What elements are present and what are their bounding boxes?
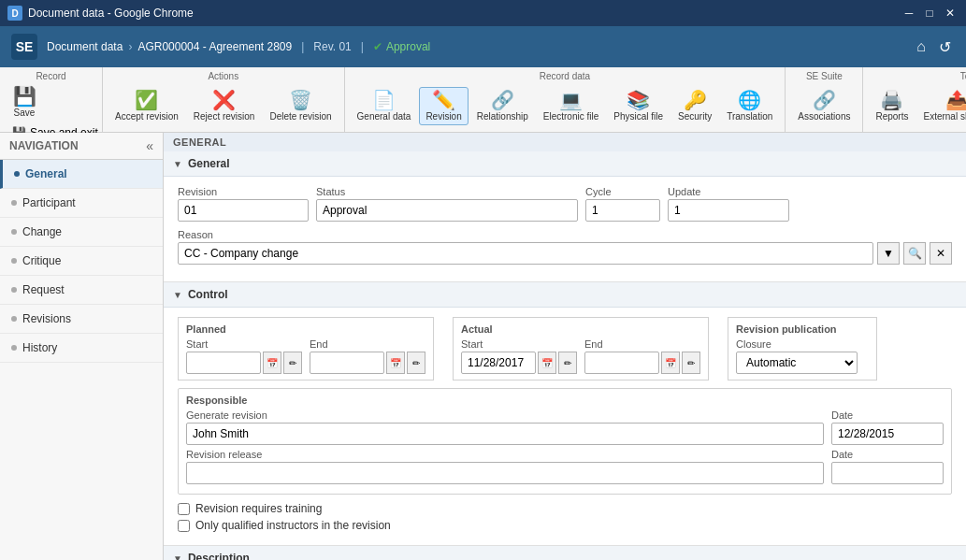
reports-button[interactable]: 🖨️ Reports — [869, 87, 915, 125]
external-sharing-button[interactable]: 📤 External sharing — [916, 87, 966, 125]
reason-input[interactable] — [178, 242, 873, 265]
description-section-toggle[interactable]: ▼ Description — [164, 546, 966, 560]
revision-publication-group: Revision publication Closure Automatic M… — [728, 317, 877, 381]
planned-start-calendar-button[interactable]: 📅 — [263, 352, 281, 374]
toolbar-group-actions: Actions ✅ Accept revision ❌ Reject revis… — [103, 67, 345, 132]
sidebar-collapse-button[interactable]: « — [146, 138, 153, 153]
maximize-button[interactable]: □ — [921, 5, 938, 22]
reason-input-row: ▼ 🔍 ✕ — [178, 242, 952, 265]
revision-release-input[interactable] — [186, 462, 824, 484]
delete-revision-button[interactable]: 🗑️ Delete revision — [263, 87, 338, 125]
app-header: SE Document data › AGR000004 - Agreement… — [0, 26, 966, 67]
sidebar-item-change[interactable]: Change — [0, 218, 163, 247]
actual-start-calendar-button[interactable]: 📅 — [538, 352, 556, 374]
planned-start-input[interactable] — [186, 352, 261, 374]
toolbar-group-record-label: Record — [6, 71, 96, 81]
sidebar-header: NAVIGATION « — [0, 133, 163, 160]
general-section-title: General — [188, 157, 230, 170]
cycle-input[interactable] — [585, 199, 660, 222]
planned-fields: Start 📅 ✏ End — [186, 338, 425, 374]
sidebar-item-revisions[interactable]: Revisions — [0, 305, 163, 334]
actual-end-field: End 📅 ✏ — [584, 338, 700, 374]
planned-start-label: Start — [186, 338, 302, 350]
revision-icon: ✏️ — [432, 91, 455, 109]
sidebar: NAVIGATION « General Participant Change … — [0, 133, 164, 560]
actual-start-input[interactable] — [461, 352, 536, 374]
qualified-checkbox[interactable] — [178, 520, 190, 532]
revision-input[interactable] — [178, 199, 309, 222]
sidebar-item-participant[interactable]: Participant — [0, 189, 163, 218]
planned-end-calendar-button[interactable]: 📅 — [386, 352, 405, 374]
control-section-toggle[interactable]: ▼ Control — [164, 282, 966, 308]
associations-button[interactable]: 🔗 Associations — [791, 87, 857, 125]
save-button[interactable]: 💾 Save — [6, 83, 43, 122]
status-input[interactable] — [316, 199, 578, 222]
refresh-button[interactable]: ↺ — [935, 35, 955, 60]
main-area: NAVIGATION « General Participant Change … — [0, 133, 966, 560]
generate-revision-input[interactable] — [186, 423, 824, 445]
planned-start-input-group: 📅 ✏ — [186, 352, 302, 374]
accept-revision-button[interactable]: ✅ Accept revision — [108, 87, 185, 125]
closure-select[interactable]: Automatic Manual — [736, 352, 858, 374]
toolbar-group-record-data-label: Record data — [351, 71, 780, 81]
revision-button[interactable]: ✏️ Revision — [419, 87, 468, 125]
reject-revision-button[interactable]: ❌ Reject revision — [187, 87, 262, 125]
breadcrumb-record-name[interactable]: AGR000004 - Agreement 2809 — [137, 40, 292, 53]
minimize-button[interactable]: ─ — [901, 5, 917, 22]
general-data-button[interactable]: 📄 General data — [351, 87, 418, 125]
planned-start-clear-button[interactable]: ✏ — [283, 352, 302, 374]
responsible-row-2: Revision release Date — [186, 449, 944, 484]
revision-label: Revision — [178, 186, 309, 197]
relationship-button[interactable]: 🔗 Relationship — [470, 87, 535, 125]
description-section: ▼ Description — [164, 546, 966, 560]
close-button[interactable]: ✕ — [942, 5, 959, 22]
general-section-arrow: ▼ — [173, 159, 182, 169]
window-controls: ─ □ ✕ — [901, 5, 959, 22]
record-data-buttons: 📄 General data ✏️ Revision 🔗 Relationshi… — [351, 83, 780, 128]
physical-file-button[interactable]: 📚 Physical file — [607, 87, 670, 125]
sidebar-item-request[interactable]: Request — [0, 276, 163, 305]
description-section-title: Description — [188, 552, 250, 560]
general-section-toggle[interactable]: ▼ General — [164, 151, 966, 177]
accept-revision-icon: ✅ — [135, 91, 158, 109]
generate-revision-label: Generate revision — [186, 409, 824, 421]
planned-end-clear-button[interactable]: ✏ — [407, 352, 425, 374]
actual-end-label: End — [584, 338, 700, 350]
description-section-arrow: ▼ — [173, 553, 182, 561]
training-checkbox[interactable] — [178, 503, 190, 515]
reason-search-button[interactable]: 🔍 — [903, 242, 926, 265]
closure-field: Closure Automatic Manual — [736, 338, 869, 374]
associations-icon: 🔗 — [813, 91, 836, 109]
reason-label: Reason — [178, 229, 952, 240]
electronic-file-button[interactable]: 💻 Electronic file — [537, 87, 605, 125]
tools-buttons: 🖨️ Reports 📤 External sharing ⚙️ Configu… — [869, 83, 966, 128]
actual-end-clear-button[interactable]: ✏ — [682, 352, 700, 374]
actual-end-input[interactable] — [584, 352, 659, 374]
security-button[interactable]: 🔑 Security — [671, 87, 718, 125]
home-button[interactable]: ⌂ — [913, 35, 930, 60]
translation-button[interactable]: 🌐 Translation — [720, 87, 779, 125]
header-actions: ⌂ ↺ — [913, 35, 955, 60]
revision-release-date-input[interactable] — [831, 462, 944, 484]
reason-clear-button[interactable]: ✕ — [930, 242, 952, 265]
sidebar-item-history[interactable]: History — [0, 334, 163, 363]
general-row-2: Reason ▼ 🔍 ✕ — [178, 229, 952, 265]
actual-start-clear-button[interactable]: ✏ — [558, 352, 577, 374]
revision-release-field: Revision release — [186, 449, 824, 484]
update-input[interactable] — [668, 199, 789, 222]
planned-end-input[interactable] — [310, 352, 384, 374]
actions-buttons: ✅ Accept revision ❌ Reject revision 🗑️ D… — [108, 83, 339, 128]
actual-end-calendar-button[interactable]: 📅 — [661, 352, 680, 374]
sidebar-item-critique[interactable]: Critique — [0, 247, 163, 276]
generate-revision-date-input[interactable] — [831, 423, 944, 445]
general-data-icon: 📄 — [372, 91, 396, 109]
responsible-row-1: Generate revision Date — [186, 409, 944, 445]
qualified-checkbox-label: Only qualified instructors in the revisi… — [195, 519, 391, 532]
training-checkbox-label: Revision requires training — [195, 502, 322, 515]
reason-dropdown-button[interactable]: ▼ — [877, 242, 900, 265]
external-sharing-icon: 📤 — [945, 91, 966, 109]
breadcrumb-document-data[interactable]: Document data — [47, 40, 123, 53]
general-row-1: Revision Status Cycle Update — [178, 186, 952, 222]
control-section: ▼ Control Planned Start 📅 — [164, 282, 966, 546]
sidebar-item-general[interactable]: General — [0, 160, 163, 189]
